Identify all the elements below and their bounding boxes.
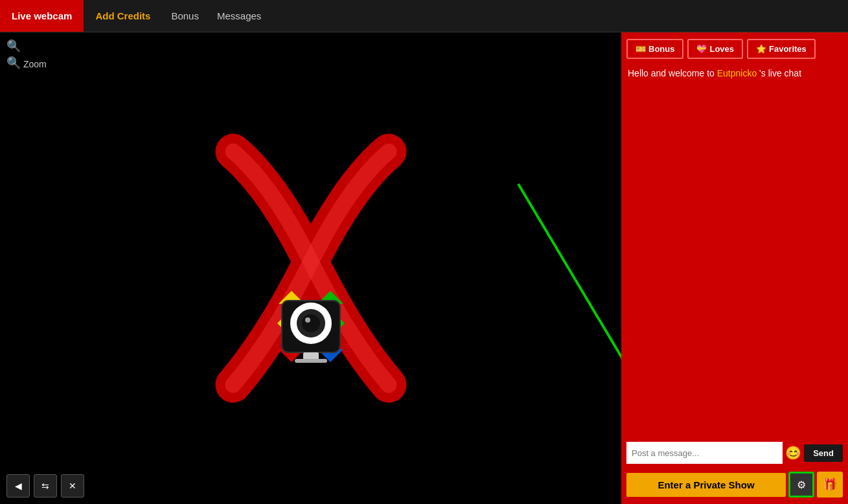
- webcam-content: [0, 32, 621, 504]
- settings-button[interactable]: ⚙: [788, 472, 814, 498]
- bonus-button[interactable]: 🎫 Bonus: [626, 39, 683, 59]
- gift-button[interactable]: 🎁: [817, 472, 843, 498]
- main-layout: 🔍 🔍 Zoom: [0, 32, 848, 504]
- loves-icon: 💝: [696, 44, 707, 54]
- nav-messages[interactable]: Messages: [208, 10, 270, 21]
- emoji-button[interactable]: 😊: [785, 445, 801, 461]
- chat-panel: 🎫 Bonus 💝 Loves ⭐ Favorites Hello and we…: [621, 32, 848, 504]
- chat-message-input[interactable]: [626, 442, 783, 464]
- svg-rect-12: [295, 359, 327, 363]
- chat-top-buttons: 🎫 Bonus 💝 Loves ⭐ Favorites: [621, 32, 848, 65]
- svg-point-9: [302, 314, 320, 332]
- chat-input-row: 😊 Send: [621, 438, 848, 468]
- webcam-logo-svg: [207, 132, 415, 404]
- private-show-row: Enter a Private Show ⚙ 🎁: [621, 468, 848, 504]
- adjust-button[interactable]: ⇆: [34, 474, 57, 498]
- loves-button[interactable]: 💝 Loves: [687, 39, 743, 59]
- nav-bonus[interactable]: Bonus: [162, 10, 208, 21]
- settings-icon: ⚙: [797, 479, 806, 491]
- video-panel: 🔍 🔍 Zoom: [0, 32, 621, 504]
- prev-button[interactable]: ◀: [6, 474, 30, 498]
- webcam-logo-area: [207, 132, 415, 404]
- bonus-icon: 🎫: [636, 44, 646, 54]
- username-link[interactable]: Eutpnicko: [717, 68, 757, 78]
- favorites-icon: ⭐: [756, 44, 766, 54]
- welcome-text: Hello and welcome to Eutpnicko 's live c…: [621, 65, 848, 85]
- nav-add-credits[interactable]: Add Credits: [84, 10, 162, 21]
- video-top-controls: 🔍 🔍 Zoom: [0, 32, 53, 79]
- gift-icon: 🎁: [823, 477, 837, 492]
- search-icon[interactable]: 🔍: [6, 39, 47, 53]
- send-button[interactable]: Send: [804, 444, 843, 462]
- zoom-label[interactable]: Zoom: [23, 59, 47, 69]
- favorites-button[interactable]: ⭐ Favorites: [747, 39, 816, 59]
- chat-messages: [621, 85, 848, 438]
- svg-point-10: [305, 317, 310, 323]
- close-button[interactable]: ✕: [61, 474, 84, 498]
- zoom-search-icon: 🔍: [6, 56, 21, 70]
- nav-live-webcam[interactable]: Live webcam: [0, 0, 84, 32]
- video-bottom-controls: ◀ ⇆ ✕: [6, 474, 84, 498]
- private-show-button[interactable]: Enter a Private Show: [626, 473, 786, 497]
- top-navigation: Live webcam Add Credits Bonus Messages: [0, 0, 848, 32]
